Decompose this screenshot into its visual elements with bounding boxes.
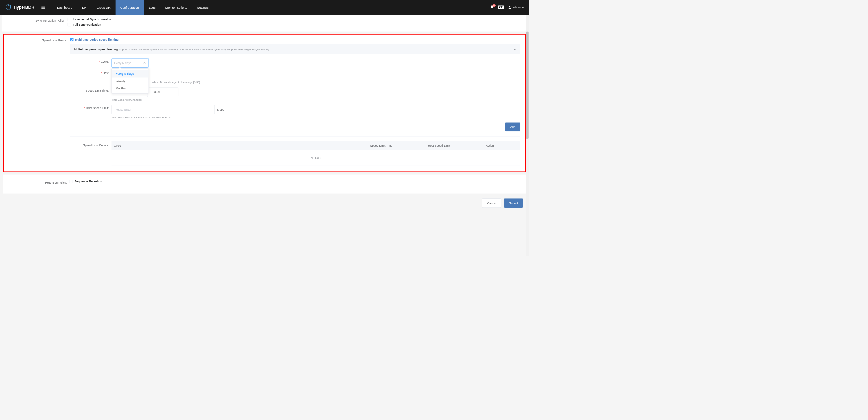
language-toggle[interactable]: A文 (498, 5, 504, 9)
speed-limit-policy-label: Speed Limit Policy : (4, 38, 70, 166)
main-nav: Dashboard DR Group DR Configuration Logs… (52, 0, 214, 15)
collapse-subtitle: (supports setting different speed limits… (119, 48, 269, 51)
sequence-retention-checkbox[interactable]: Sequence Retention (70, 180, 102, 183)
caret-down-icon (522, 6, 524, 8)
retention-policy-label: Retention Policy: (3, 180, 70, 184)
full-sync-label: Full Synchronization (73, 23, 101, 26)
sequence-retention-label: Sequence Retention (74, 180, 102, 183)
full-sync-checkbox[interactable]: Full Synchronization (68, 23, 101, 26)
host-limit-help-text: The host speed limit value should be an … (111, 115, 520, 119)
checkbox-icon (70, 38, 74, 41)
nav-dr[interactable]: DR (77, 0, 92, 15)
day-label: *Day: (70, 70, 112, 75)
nav-group-dr[interactable]: Group DR (92, 0, 115, 15)
page-content: Synchronization Policy: Incremental Sync… (0, 15, 529, 210)
cycle-label: *Cycle: (70, 58, 112, 63)
cycle-select[interactable]: Every N days (111, 58, 149, 68)
speed-limit-form: *Cycle: Every N days Every N days Weekly… (70, 54, 520, 165)
hamburger-icon[interactable] (41, 5, 45, 9)
scrollbar-thumb[interactable] (526, 31, 529, 139)
user-name: admin (513, 6, 520, 9)
notification-badge: 0 (492, 4, 496, 7)
speed-limit-table: Cycle Speed Limit Time Host Speed Limit … (111, 141, 520, 165)
host-speed-limit-label: *Host Speed Limit: (70, 105, 112, 110)
scrollbar[interactable] (526, 15, 529, 256)
checkbox-icon (70, 180, 73, 183)
table-header: Cycle Speed Limit Time Host Speed Limit … (111, 141, 520, 150)
checkbox-icon (68, 18, 71, 21)
brand-text: HyperBDR (14, 5, 34, 10)
speed-limit-time-label: Speed Limit Time: (70, 87, 112, 92)
notifications-button[interactable]: 0 (490, 5, 494, 10)
speed-limit-details-label: Speed Limit Details: (70, 141, 112, 147)
mbps-unit: Mbps (217, 108, 224, 111)
add-button[interactable]: Add (505, 122, 520, 131)
app-header: HyperBDR Dashboard DR Group DR Configura… (0, 0, 529, 15)
retention-panel: Retention Policy: Sequence Retention (3, 175, 526, 194)
timezone-help-text: Time Zone Asia/Shanghai (111, 98, 520, 101)
shield-icon (5, 4, 12, 11)
nav-settings[interactable]: Settings (192, 0, 213, 15)
table-no-data: No Data (111, 150, 520, 165)
multi-time-label: Multi-time period speed limiting (75, 38, 118, 41)
collapse-header[interactable]: Multi-time period speed limiting (suppor… (70, 45, 520, 54)
nav-dashboard[interactable]: Dashboard (52, 0, 77, 15)
header-right: 0 A文 admin (490, 5, 524, 10)
col-limit: Host Speed Limit (426, 141, 484, 150)
day-help-text: , where N is an integer in the range [1-… (151, 81, 520, 84)
footer-actions: Cancel Submit (2, 196, 527, 210)
chevron-up-icon (143, 62, 146, 64)
multi-time-checkbox[interactable]: Multi-time period speed limiting (70, 38, 119, 41)
nav-logs[interactable]: Logs (144, 0, 160, 15)
col-cycle: Cycle (111, 141, 368, 150)
svg-point-2 (9, 6, 9, 7)
submit-button[interactable]: Submit (504, 198, 523, 208)
cycle-dropdown: Every N days Weekly Monthly (111, 68, 149, 93)
col-action: Action (483, 141, 520, 150)
logo: HyperBDR (5, 4, 35, 11)
user-menu[interactable]: admin (508, 5, 524, 9)
user-icon (508, 5, 512, 9)
svg-point-3 (509, 6, 510, 7)
dropdown-item-every-n-days[interactable]: Every N days (112, 70, 148, 78)
host-speed-limit-input[interactable] (111, 105, 215, 114)
nav-monitor-alerts[interactable]: Monitor & Alerts (160, 0, 192, 15)
col-time: Speed Limit Time (368, 141, 426, 150)
svg-point-0 (7, 6, 8, 6)
checkbox-icon (68, 23, 71, 26)
svg-point-1 (8, 5, 9, 6)
chevron-down-icon (513, 48, 516, 51)
sync-policy-panel: Synchronization Policy: Incremental Sync… (2, 15, 527, 31)
sync-policy-label: Synchronization Policy: (2, 18, 68, 22)
nav-configuration[interactable]: Configuration (115, 0, 144, 15)
cancel-button[interactable]: Cancel (482, 198, 501, 208)
incremental-sync-checkbox[interactable]: Incremental Synchronization (68, 18, 112, 21)
incremental-sync-label: Incremental Synchronization (73, 18, 113, 21)
dropdown-item-monthly[interactable]: Monthly (112, 85, 148, 92)
time-end-input[interactable]: 23:59 (147, 87, 178, 97)
cycle-select-value: Every N days (114, 61, 131, 65)
dropdown-item-weekly[interactable]: Weekly (112, 78, 148, 85)
collapse-title: Multi-time period speed limiting (74, 48, 118, 51)
speed-limit-panel: Speed Limit Policy : Multi-time period s… (3, 34, 526, 172)
